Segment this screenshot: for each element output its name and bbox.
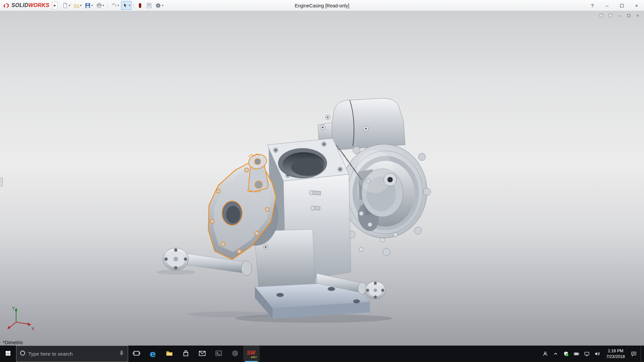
minimize-icon: – xyxy=(618,13,621,18)
engine-casing-model[interactable] xyxy=(0,11,644,346)
volume-icon[interactable] xyxy=(594,350,601,357)
mail-icon xyxy=(199,350,206,358)
document-restore-button[interactable] xyxy=(626,13,632,18)
help-icon: ? xyxy=(591,3,594,8)
solidworks-2017-button[interactable]: SW 2017 xyxy=(243,346,260,362)
cad-viewer-button[interactable] xyxy=(227,346,243,362)
open-document-icon xyxy=(74,3,79,8)
task-view-button[interactable] xyxy=(128,346,145,362)
options-button[interactable]: ▾ xyxy=(154,1,165,10)
microphone-icon[interactable] xyxy=(119,350,124,357)
clock-date: 7/23/2018 xyxy=(606,354,625,360)
z-axis-arrow xyxy=(7,326,10,329)
select-cursor-icon xyxy=(122,3,128,8)
window-controls: ? – × xyxy=(585,0,644,11)
taskbar-search-box[interactable] xyxy=(16,346,128,362)
document-close-button[interactable]: × xyxy=(635,13,641,18)
undo-button[interactable]: ▾ xyxy=(110,1,120,10)
security-shield-icon[interactable] xyxy=(562,350,570,357)
dropdown-caret: ▾ xyxy=(129,4,130,7)
undo-icon xyxy=(111,3,117,8)
start-button[interactable] xyxy=(0,346,16,362)
orientation-triad: Y X xyxy=(5,305,38,334)
toolbar-separator xyxy=(107,2,108,8)
rebuild-button[interactable] xyxy=(136,1,144,10)
flyout-arrow-icon: ▶ xyxy=(54,4,56,7)
solidworks-logo: SOLIDWORKS xyxy=(0,2,51,8)
file-explorer-button[interactable] xyxy=(161,346,177,362)
windows-logo-icon xyxy=(5,351,11,357)
maximize-button[interactable] xyxy=(614,0,629,11)
dropdown-caret: ▾ xyxy=(80,4,82,7)
task-view-icon xyxy=(133,350,140,358)
edge-browser-button[interactable]: e xyxy=(145,346,161,362)
new-document-button[interactable]: ▾ xyxy=(61,1,72,10)
battery-icon[interactable] xyxy=(573,350,580,357)
print-icon xyxy=(96,3,102,8)
close-icon: × xyxy=(636,13,639,18)
solidworks-app-icon: SW 2017 xyxy=(246,349,257,359)
solidworks-icon-year: 2017 xyxy=(251,356,257,359)
view-orientation-label: *Dimetric xyxy=(3,340,23,345)
cortana-icon xyxy=(20,350,25,357)
clock-time: 1:16 PM xyxy=(608,348,624,354)
quick-access-toolbar: ▾ ▾ ▾ ▾ ▾ ▾ xyxy=(61,1,165,10)
dropdown-caret: ▾ xyxy=(103,4,104,7)
y-axis-arrow xyxy=(15,308,17,311)
file-properties-icon xyxy=(146,3,152,8)
toolbar-flyout-button[interactable]: ▶ xyxy=(52,2,58,9)
edge-icon: e xyxy=(150,349,156,358)
document-minimize-button[interactable]: – xyxy=(616,13,623,18)
windows-taskbar: e SW 2017 xyxy=(0,346,644,362)
people-icon[interactable] xyxy=(542,350,549,357)
titlebar: SOLIDWORKS ▶ ▾ ▾ ▾ ▾ ▾ xyxy=(0,0,644,11)
solidworks-icon-label: SW xyxy=(247,350,256,356)
document-window-controls: – × xyxy=(598,13,641,18)
dropdown-caret: ▾ xyxy=(162,4,163,7)
new-document-icon xyxy=(62,3,68,8)
command-prompt-icon xyxy=(215,350,222,358)
document-window-icon[interactable] xyxy=(607,13,613,18)
brand-wordmark: SOLIDWORKS xyxy=(11,2,49,8)
hidden-icons-chevron[interactable] xyxy=(552,350,559,357)
document-title: EngineCasing [Read-only] xyxy=(295,0,350,11)
save-icon xyxy=(85,3,91,8)
x-axis-arrow xyxy=(28,322,31,326)
close-button[interactable]: × xyxy=(629,0,644,11)
clutch-housing-part[interactable] xyxy=(341,144,431,256)
taskbar-clock[interactable]: 1:16 PM 7/23/2018 xyxy=(604,348,627,360)
network-icon[interactable] xyxy=(583,350,590,357)
close-icon: × xyxy=(635,3,638,8)
selected-bracket-part[interactable] xyxy=(247,153,268,192)
x-axis-label: X xyxy=(32,326,34,331)
document-window-icon[interactable] xyxy=(598,13,604,18)
action-center-icon[interactable] xyxy=(630,350,637,357)
dropdown-caret: ▾ xyxy=(69,4,70,7)
cad-viewer-icon xyxy=(231,350,239,358)
rebuild-icon xyxy=(137,3,143,8)
store-button[interactable] xyxy=(177,346,194,362)
select-tool-button[interactable]: ▾ xyxy=(121,1,132,10)
dropdown-caret: ▾ xyxy=(91,4,93,7)
minimize-button[interactable]: – xyxy=(600,0,614,11)
open-document-button[interactable]: ▾ xyxy=(72,1,83,10)
help-button[interactable]: ? xyxy=(585,0,600,11)
system-tray: 1:16 PM 7/23/2018 xyxy=(542,346,644,362)
restore-icon xyxy=(627,14,630,17)
panel-collapse-tab[interactable] xyxy=(0,178,3,186)
graphics-viewport[interactable]: – × Y X *Dimetric xyxy=(0,11,644,346)
search-input[interactable] xyxy=(28,351,116,357)
save-button[interactable]: ▾ xyxy=(84,1,94,10)
options-gear-icon xyxy=(155,3,161,8)
store-icon xyxy=(182,350,190,358)
command-prompt-button[interactable] xyxy=(210,346,227,362)
print-button[interactable]: ▾ xyxy=(95,1,106,10)
mail-button[interactable] xyxy=(194,346,210,362)
minimize-icon: – xyxy=(606,3,608,8)
dropdown-caret: ▾ xyxy=(117,4,119,7)
toolbar-separator xyxy=(133,2,134,8)
file-properties-button[interactable] xyxy=(145,1,153,10)
solidworks-window: SOLIDWORKS ▶ ▾ ▾ ▾ ▾ ▾ xyxy=(0,0,644,362)
maximize-icon xyxy=(620,4,624,7)
show-desktop-button[interactable] xyxy=(641,346,643,362)
